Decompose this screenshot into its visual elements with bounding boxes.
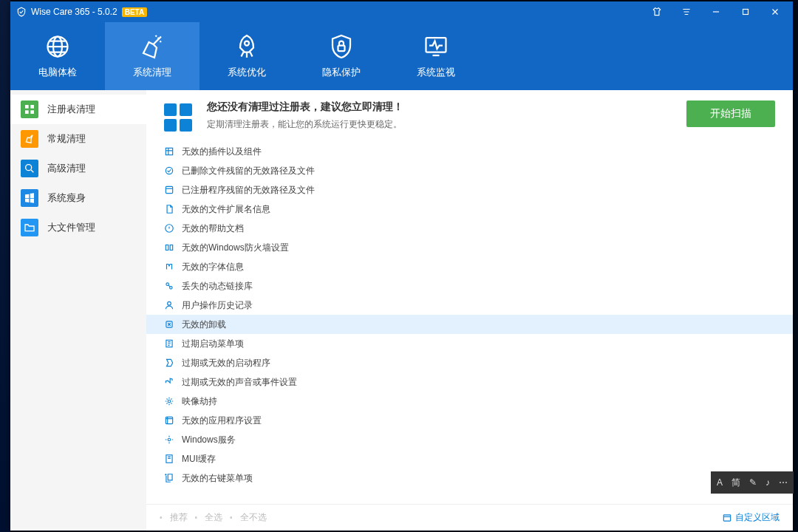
scan-item[interactable]: 无效的卸载 [146, 315, 793, 334]
list-item-label: 无效的字体信息 [182, 261, 244, 273]
minimize-button[interactable] [701, 1, 731, 22]
sidebar-item-slimming[interactable]: 系统瘦身 [10, 183, 146, 213]
svg-point-26 [166, 474, 166, 475]
svg-point-12 [166, 167, 172, 174]
list-item-icon [164, 415, 174, 426]
scan-item[interactable]: 过期启动菜单项 [146, 334, 793, 353]
rocket-icon [233, 33, 260, 60]
grid-icon [21, 100, 38, 118]
app-logo-icon [16, 7, 27, 17]
svg-point-22 [168, 400, 171, 403]
app-window: Wise Care 365 - 5.0.2 BETA 电脑体检 系统清理 系统优… [10, 1, 793, 531]
ime-pen-icon[interactable]: ✎ [749, 477, 757, 488]
list-item-label: 已注册程序残留的无效路径及文件 [182, 184, 315, 197]
header-grid-icon [164, 103, 192, 132]
list-item-icon [164, 338, 174, 349]
select-all[interactable]: 全选 [202, 511, 225, 524]
sidebar-item-advanced[interactable]: 高级清理 [10, 154, 146, 183]
scan-item[interactable]: 过期或无效的声音或事件设置 [146, 372, 793, 392]
scan-item[interactable]: 过期或无效的启动程序 [146, 353, 793, 372]
svg-point-19 [168, 301, 171, 305]
menu-button[interactable] [672, 1, 701, 22]
sidebar-label: 常规清理 [47, 132, 86, 146]
svg-point-3 [245, 41, 249, 46]
svg-rect-11 [166, 148, 172, 154]
svg-rect-27 [723, 514, 730, 520]
list-item-label: 过期启动菜单项 [182, 338, 244, 350]
list-item-icon [164, 223, 174, 233]
bottom-bar: • 推荐 • 全选 • 全不选 自定义区域 [146, 504, 793, 531]
broom-small-icon [21, 130, 38, 148]
scan-list: 无效的插件以及组件已删除文件残留的无效路径及文件已注册程序残留的无效路径及文件无… [146, 142, 793, 504]
windows-icon [21, 189, 38, 207]
select-none[interactable]: 全不选 [237, 511, 270, 524]
scan-item[interactable]: 已注册程序残留的无效路径及文件 [146, 180, 793, 200]
list-item-label: 无效的应用程序设置 [182, 415, 262, 427]
skin-button[interactable] [642, 1, 672, 22]
nav-label: 隐私保护 [322, 66, 361, 79]
nav-system-tuneup[interactable]: 系统优化 [200, 22, 294, 90]
search-icon [21, 160, 38, 177]
list-item-label: 用户操作历史记录 [182, 299, 253, 312]
title-bar: Wise Care 365 - 5.0.2 BETA [10, 1, 793, 22]
scan-item[interactable]: 无效的帮助文档 [146, 219, 793, 238]
nav-monitor[interactable]: 系统监视 [389, 22, 483, 90]
list-item-label: 无效的文件扩展名信息 [182, 203, 270, 216]
nav-label: 系统优化 [228, 66, 266, 79]
scan-item[interactable]: 映像劫持 [146, 392, 793, 411]
ime-music[interactable]: ♪ [765, 477, 770, 488]
svg-rect-16 [170, 245, 173, 250]
top-nav: 电脑体检 系统清理 系统优化 隐私保护 系统监视 [10, 22, 793, 90]
list-item-icon [164, 434, 174, 445]
scan-item[interactable]: 无效的右键菜单项 [146, 468, 793, 488]
sidebar-label: 高级清理 [47, 162, 86, 175]
globe-icon [44, 33, 71, 60]
nav-system-clean[interactable]: 系统清理 [105, 22, 200, 90]
list-item-icon [164, 146, 174, 157]
list-item-icon [164, 319, 174, 330]
svg-rect-9 [30, 110, 34, 114]
scan-item[interactable]: 无效的Windows防火墙设置 [146, 238, 793, 257]
list-item-icon [164, 454, 174, 464]
sidebar: 注册表清理 常规清理 高级清理 系统瘦身 大文件管理 [10, 90, 146, 531]
scan-item[interactable]: 无效的文件扩展名信息 [146, 200, 793, 219]
sidebar-label: 系统瘦身 [47, 191, 86, 205]
header-subtitle: 定期清理注册表，能让您的系统运行更快更稳定。 [207, 118, 403, 131]
window-title: Wise Care 365 - 5.0.2 [31, 7, 117, 17]
list-item-label: 丢失的动态链接库 [182, 280, 253, 293]
monitor-icon [423, 33, 449, 60]
nav-label: 系统监视 [417, 66, 455, 79]
scan-item[interactable]: 用户操作历史记录 [146, 296, 793, 315]
scan-item[interactable]: 无效的字体信息 [146, 257, 793, 276]
ime-a[interactable]: A [717, 477, 723, 488]
nav-pc-checkup[interactable]: 电脑体检 [10, 22, 105, 90]
svg-rect-6 [25, 105, 29, 109]
svg-rect-8 [25, 110, 29, 114]
ime-mode[interactable]: 简 [732, 477, 740, 489]
maximize-button[interactable] [731, 1, 760, 22]
nav-privacy[interactable]: 隐私保护 [294, 22, 389, 90]
sidebar-item-common[interactable]: 常规清理 [10, 124, 146, 154]
sidebar-item-bigfile[interactable]: 大文件管理 [10, 213, 146, 242]
list-item-icon [164, 300, 174, 310]
close-button[interactable] [760, 1, 790, 22]
svg-point-10 [26, 165, 32, 171]
scan-item[interactable]: Windows服务 [146, 430, 793, 449]
ime-more[interactable]: ⋯ [779, 477, 788, 488]
select-recommend[interactable]: 推荐 [167, 511, 191, 524]
list-item-label: 无效的卸载 [182, 318, 226, 331]
list-item-icon [164, 358, 174, 368]
list-item-icon [164, 377, 174, 387]
sidebar-item-registry[interactable]: 注册表清理 [10, 95, 146, 124]
scan-item[interactable]: 无效的插件以及组件 [146, 142, 793, 161]
scan-item[interactable]: 无效的应用程序设置 [146, 411, 793, 430]
scan-item[interactable]: 丢失的动态链接库 [146, 276, 793, 296]
scan-item[interactable]: MUI缓存 [146, 449, 793, 468]
ime-toolbar[interactable]: A 简 ✎ ♪ ⋯ [711, 471, 794, 494]
scan-button[interactable]: 开始扫描 [686, 100, 775, 127]
list-item-label: 无效的Windows防火墙设置 [182, 242, 289, 254]
window-small-icon [722, 513, 732, 523]
nav-label: 系统清理 [133, 66, 171, 79]
custom-area-link[interactable]: 自定义区域 [722, 511, 780, 524]
scan-item[interactable]: 已删除文件残留的无效路径及文件 [146, 161, 793, 180]
